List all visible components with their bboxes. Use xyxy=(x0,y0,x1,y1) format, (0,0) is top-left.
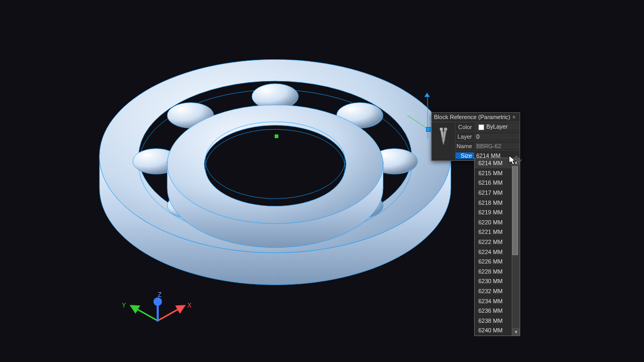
dropdown-option[interactable]: 6221 MM xyxy=(475,227,512,237)
panel-title: Block Reference (Parametric) xyxy=(434,114,511,120)
dropdown-option[interactable]: 6238 MM xyxy=(475,316,512,326)
prop-size-label: Size xyxy=(456,152,474,159)
scrollbar[interactable]: ▴ ▾ xyxy=(512,158,520,336)
dropdown-option[interactable]: 6220 MM xyxy=(475,218,512,228)
pivot-point-icon xyxy=(275,134,278,138)
cad-viewport[interactable]: X Y Z xyxy=(0,0,644,362)
dropdown-option[interactable]: 6228 MM xyxy=(475,267,512,277)
dropdown-option[interactable]: 6218 MM xyxy=(475,197,512,207)
prop-layer-value[interactable]: 0 xyxy=(474,133,520,140)
prop-layer-row[interactable]: Layer 0 xyxy=(456,132,520,141)
dropdown-option[interactable]: 6234 MM xyxy=(475,296,512,306)
color-swatch-icon xyxy=(478,124,484,130)
chevron-down-icon[interactable]: ⌄ xyxy=(514,153,519,158)
svg-point-16 xyxy=(444,128,447,131)
dropdown-option[interactable]: 6224 MM xyxy=(475,247,512,257)
dropdown-option[interactable]: 6217 MM xyxy=(475,188,512,198)
scroll-thumb[interactable] xyxy=(512,166,518,255)
svg-point-15 xyxy=(440,128,443,131)
dropdown-option[interactable]: 6232 MM xyxy=(475,286,512,296)
dropdown-option[interactable]: 6214 MM xyxy=(475,158,512,168)
ucs-x-label: X xyxy=(187,302,192,309)
dropdown-option[interactable]: 6219 MM xyxy=(475,207,512,218)
dropdown-option[interactable]: 6240 MM xyxy=(475,325,512,336)
dropdown-option[interactable]: 6230 MM xyxy=(475,276,512,286)
dropdown-option[interactable]: 6226 MM xyxy=(475,257,512,267)
close-icon[interactable]: × xyxy=(511,114,516,120)
panel-type-icon xyxy=(432,122,456,160)
prop-color-label: Color xyxy=(456,124,474,130)
prop-name-row[interactable]: Name BBRG-62 xyxy=(456,141,520,151)
dropdown-option[interactable]: 6236 MM xyxy=(475,306,512,316)
grip-arrow-icon[interactable] xyxy=(424,93,430,97)
prop-name-label: Name xyxy=(456,143,474,149)
dropdown-option[interactable]: 6222 MM xyxy=(475,237,512,247)
prop-color-row[interactable]: Color ByLayer xyxy=(456,122,520,132)
properties-panel[interactable]: Block Reference (Parametric) × Color ByL… xyxy=(431,112,520,161)
svg-point-9 xyxy=(205,129,345,206)
ucs-axis-icon: X Y Z xyxy=(120,294,194,337)
svg-line-13 xyxy=(158,306,184,321)
scroll-up-icon[interactable]: ▴ xyxy=(512,158,520,166)
dropdown-option[interactable]: 6215 MM xyxy=(475,168,512,178)
prop-color-value[interactable]: ByLayer xyxy=(474,123,520,130)
size-dropdown[interactable]: 6214 MM6215 MM6216 MM6217 MM6218 MM6219 … xyxy=(474,158,520,336)
model-bearing[interactable] xyxy=(0,0,644,362)
ucs-z-label: Z xyxy=(158,291,161,298)
dropdown-option[interactable]: 6216 MM xyxy=(475,178,512,188)
prop-name-value[interactable]: BBRG-62 xyxy=(474,143,520,149)
ucs-y-label: Y xyxy=(122,302,126,309)
svg-line-14 xyxy=(131,306,158,321)
scroll-down-icon[interactable]: ▾ xyxy=(512,328,520,336)
prop-layer-label: Layer xyxy=(456,133,474,140)
panel-titlebar[interactable]: Block Reference (Parametric) × xyxy=(432,113,520,122)
